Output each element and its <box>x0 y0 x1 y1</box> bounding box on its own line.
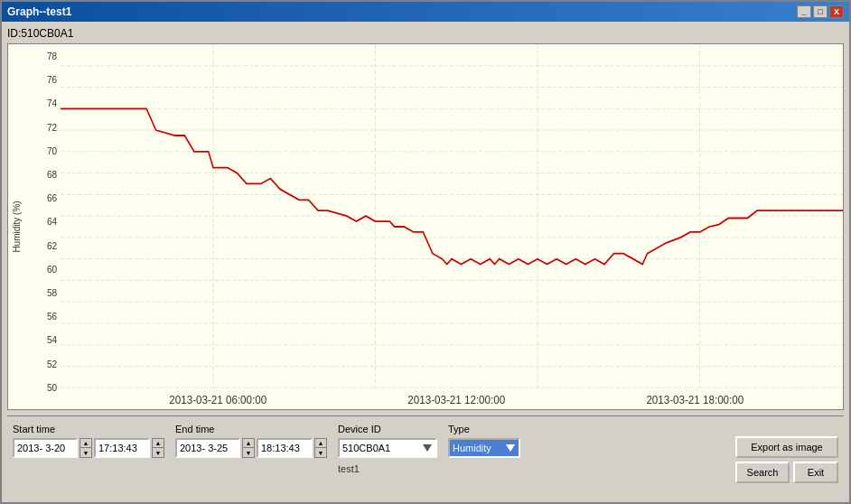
start-date-input[interactable] <box>13 438 78 458</box>
chart-plot-area: 2013-03-21 06:00:00 2013-03-21 12:00:00 … <box>61 44 843 409</box>
spinner-up-icon[interactable]: ▲ <box>243 439 254 448</box>
start-date-row: ▲ ▼ ▲ ▼ <box>13 438 164 458</box>
minimize-button[interactable]: _ <box>797 5 811 18</box>
chart-area: Humidity (%) 78 76 74 72 70 68 66 64 62 … <box>7 43 844 410</box>
y-tick: 70 <box>26 146 57 156</box>
device-id-select[interactable]: 510CB0A1 <box>338 438 437 458</box>
window-title: Graph--test1 <box>7 5 71 18</box>
y-tick: 58 <box>26 288 57 298</box>
y-tick: 64 <box>26 217 57 227</box>
end-date-row: ▲ ▼ ▲ ▼ <box>175 438 327 458</box>
end-time-group: End time ▲ ▼ ▲ ▼ <box>175 424 327 458</box>
window-controls: _ □ X <box>797 5 844 18</box>
y-tick: 66 <box>26 193 57 203</box>
device-id-row: 510CB0A1 <box>338 438 437 458</box>
spinner-down-icon[interactable]: ▼ <box>243 448 254 457</box>
start-date-spinner[interactable]: ▲ ▼ <box>79 438 92 458</box>
y-tick: 78 <box>26 51 57 61</box>
svg-rect-0 <box>61 44 843 409</box>
type-label: Type <box>448 424 520 434</box>
start-time-input[interactable] <box>94 438 150 458</box>
end-date-spinner[interactable]: ▲ ▼ <box>242 438 255 458</box>
y-axis: 78 76 74 72 70 68 66 64 62 60 58 56 54 5… <box>24 44 61 409</box>
type-row: Humidity Temperature <box>448 438 520 458</box>
action-buttons: Export as image Search Exit <box>735 436 838 483</box>
svg-text:2013-03-21 18:00:00: 2013-03-21 18:00:00 <box>646 393 743 406</box>
y-tick: 52 <box>26 359 57 369</box>
device-id-display: ID:510CB0A1 <box>7 27 844 40</box>
y-tick: 54 <box>26 335 57 345</box>
y-tick: 60 <box>26 265 57 275</box>
y-tick: 76 <box>26 75 57 85</box>
y-tick: 62 <box>26 241 57 251</box>
y-tick: 56 <box>26 312 57 322</box>
spinner-down-icon[interactable]: ▼ <box>315 448 326 457</box>
bottom-controls: Start time ▲ ▼ ▲ ▼ End time <box>7 415 844 497</box>
spinner-down-icon[interactable]: ▼ <box>153 448 164 457</box>
y-axis-label: Humidity (%) <box>12 201 22 252</box>
spinner-up-icon[interactable]: ▲ <box>153 439 164 448</box>
type-select[interactable]: Humidity Temperature <box>448 438 520 458</box>
exit-button[interactable]: Exit <box>793 462 838 483</box>
device-name-sub: test1 <box>338 463 437 474</box>
start-time-spinner[interactable]: ▲ ▼ <box>152 438 164 458</box>
search-button[interactable]: Search <box>735 462 790 483</box>
spinner-down-icon[interactable]: ▼ <box>80 448 91 457</box>
chart-svg: 2013-03-21 06:00:00 2013-03-21 12:00:00 … <box>61 44 843 409</box>
type-group: Type Humidity Temperature <box>448 424 520 458</box>
svg-text:2013-03-21 12:00:00: 2013-03-21 12:00:00 <box>407 393 505 406</box>
end-date-input[interactable] <box>175 438 240 458</box>
spinner-up-icon[interactable]: ▲ <box>315 439 326 448</box>
maximize-button[interactable]: □ <box>813 5 828 18</box>
main-window: Graph--test1 _ □ X ID:510CB0A1 Humidity … <box>0 0 851 504</box>
export-image-button[interactable]: Export as image <box>735 436 838 458</box>
device-id-label: Device ID <box>338 424 437 434</box>
window-content: ID:510CB0A1 Humidity (%) 78 76 74 72 70 … <box>2 22 849 502</box>
title-bar: Graph--test1 _ □ X <box>2 2 849 22</box>
start-time-group: Start time ▲ ▼ ▲ ▼ <box>13 424 164 458</box>
end-time-input[interactable] <box>257 438 313 458</box>
y-tick: 72 <box>26 123 57 133</box>
svg-text:2013-03-21 06:00:00: 2013-03-21 06:00:00 <box>169 393 267 406</box>
y-tick: 50 <box>26 383 57 393</box>
y-tick: 74 <box>26 98 57 108</box>
spinner-up-icon[interactable]: ▲ <box>80 439 91 448</box>
end-time-label: End time <box>175 424 327 434</box>
close-button[interactable]: X <box>829 5 844 18</box>
device-id-group: Device ID 510CB0A1 test1 <box>338 424 437 474</box>
end-time-spinner[interactable]: ▲ ▼ <box>314 438 327 458</box>
y-tick: 68 <box>26 170 57 180</box>
start-time-label: Start time <box>13 424 164 434</box>
